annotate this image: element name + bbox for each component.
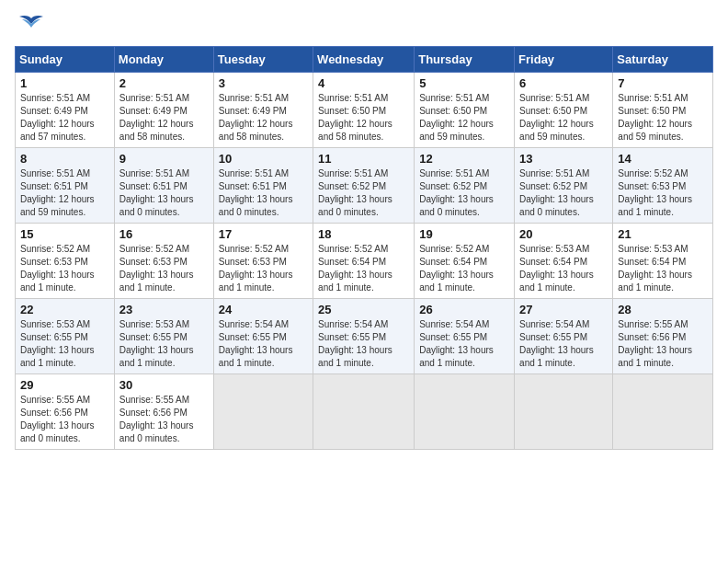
day-info: Sunrise: 5:52 AMSunset: 6:53 PMDaylight:… (20, 243, 109, 294)
day-info: Sunrise: 5:53 AMSunset: 6:54 PMDaylight:… (618, 243, 708, 294)
day-info: Sunrise: 5:51 AMSunset: 6:51 PMDaylight:… (219, 167, 308, 219)
logo-bird-icon (18, 15, 44, 35)
day-info: Sunrise: 5:54 AMSunset: 6:55 PMDaylight:… (219, 318, 308, 370)
day-number: 25 (318, 303, 409, 316)
day-number: 28 (618, 303, 708, 316)
calendar-day-cell: 16Sunrise: 5:52 AMSunset: 6:53 PMDayligh… (114, 224, 213, 299)
calendar-day-cell: 9Sunrise: 5:51 AMSunset: 6:51 PMDaylight… (114, 148, 213, 224)
day-info: Sunrise: 5:51 AMSunset: 6:50 PMDaylight:… (318, 92, 409, 144)
calendar-day-cell: 20Sunrise: 5:53 AMSunset: 6:54 PMDayligh… (515, 224, 613, 299)
calendar-day-cell (213, 374, 313, 450)
day-info: Sunrise: 5:52 AMSunset: 6:53 PMDaylight:… (119, 243, 209, 294)
calendar-header-sunday: Sunday (16, 47, 115, 73)
day-number: 27 (519, 303, 608, 316)
day-number: 6 (519, 76, 608, 90)
calendar-day-cell: 19Sunrise: 5:52 AMSunset: 6:54 PMDayligh… (415, 224, 515, 299)
day-info: Sunrise: 5:53 AMSunset: 6:54 PMDaylight:… (519, 243, 608, 294)
calendar-day-cell: 3Sunrise: 5:51 AMSunset: 6:49 PMDaylight… (213, 73, 313, 148)
calendar-day-cell (613, 374, 713, 450)
day-number: 23 (119, 303, 209, 316)
day-number: 9 (119, 152, 209, 166)
calendar-day-cell: 17Sunrise: 5:52 AMSunset: 6:53 PMDayligh… (213, 224, 313, 299)
day-info: Sunrise: 5:55 AMSunset: 6:56 PMDaylight:… (618, 318, 708, 370)
calendar-day-cell: 5Sunrise: 5:51 AMSunset: 6:50 PMDaylight… (415, 73, 515, 148)
calendar-day-cell (415, 374, 515, 450)
calendar-day-cell: 24Sunrise: 5:54 AMSunset: 6:55 PMDayligh… (213, 299, 313, 374)
day-number: 18 (318, 227, 409, 241)
header (15, 15, 713, 35)
day-number: 1 (20, 76, 109, 90)
day-number: 29 (20, 378, 109, 392)
day-number: 15 (20, 227, 109, 241)
day-info: Sunrise: 5:54 AMSunset: 6:55 PMDaylight:… (419, 318, 509, 370)
day-number: 16 (119, 227, 209, 241)
calendar-day-cell: 28Sunrise: 5:55 AMSunset: 6:56 PMDayligh… (613, 299, 713, 374)
calendar-day-cell: 6Sunrise: 5:51 AMSunset: 6:50 PMDaylight… (515, 73, 613, 148)
calendar: SundayMondayTuesdayWednesdayThursdayFrid… (15, 46, 713, 450)
calendar-header-tuesday: Tuesday (213, 47, 313, 73)
calendar-day-cell: 29Sunrise: 5:55 AMSunset: 6:56 PMDayligh… (16, 374, 115, 450)
day-info: Sunrise: 5:55 AMSunset: 6:56 PMDaylight:… (119, 394, 209, 445)
day-info: Sunrise: 5:51 AMSunset: 6:51 PMDaylight:… (119, 167, 209, 219)
day-number: 3 (219, 76, 308, 90)
calendar-header-friday: Friday (515, 47, 613, 73)
calendar-header-wednesday: Wednesday (313, 47, 415, 73)
day-number: 17 (219, 227, 308, 241)
calendar-day-cell: 30Sunrise: 5:55 AMSunset: 6:56 PMDayligh… (114, 374, 213, 450)
calendar-day-cell: 2Sunrise: 5:51 AMSunset: 6:49 PMDaylight… (114, 73, 213, 148)
calendar-week-row: 22Sunrise: 5:53 AMSunset: 6:55 PMDayligh… (16, 299, 713, 374)
calendar-week-row: 29Sunrise: 5:55 AMSunset: 6:56 PMDayligh… (16, 374, 713, 450)
day-number: 22 (20, 303, 109, 316)
calendar-day-cell: 23Sunrise: 5:53 AMSunset: 6:55 PMDayligh… (114, 299, 213, 374)
day-number: 2 (119, 76, 209, 90)
calendar-day-cell: 11Sunrise: 5:51 AMSunset: 6:52 PMDayligh… (313, 148, 415, 224)
calendar-day-cell: 14Sunrise: 5:52 AMSunset: 6:53 PMDayligh… (613, 148, 713, 224)
day-info: Sunrise: 5:52 AMSunset: 6:54 PMDaylight:… (419, 243, 509, 294)
calendar-header-saturday: Saturday (613, 47, 713, 73)
day-info: Sunrise: 5:51 AMSunset: 6:51 PMDaylight:… (20, 167, 109, 219)
calendar-day-cell: 10Sunrise: 5:51 AMSunset: 6:51 PMDayligh… (213, 148, 313, 224)
day-number: 21 (618, 227, 708, 241)
calendar-day-cell: 25Sunrise: 5:54 AMSunset: 6:55 PMDayligh… (313, 299, 415, 374)
calendar-day-cell: 22Sunrise: 5:53 AMSunset: 6:55 PMDayligh… (16, 299, 115, 374)
day-info: Sunrise: 5:51 AMSunset: 6:49 PMDaylight:… (219, 92, 308, 144)
day-number: 13 (519, 152, 608, 166)
day-info: Sunrise: 5:54 AMSunset: 6:55 PMDaylight:… (519, 318, 608, 370)
calendar-day-cell: 18Sunrise: 5:52 AMSunset: 6:54 PMDayligh… (313, 224, 415, 299)
calendar-day-cell (515, 374, 613, 450)
calendar-header-monday: Monday (114, 47, 213, 73)
day-info: Sunrise: 5:51 AMSunset: 6:49 PMDaylight:… (20, 92, 109, 144)
logo (15, 15, 44, 35)
calendar-day-cell: 27Sunrise: 5:54 AMSunset: 6:55 PMDayligh… (515, 299, 613, 374)
calendar-week-row: 15Sunrise: 5:52 AMSunset: 6:53 PMDayligh… (16, 224, 713, 299)
day-info: Sunrise: 5:52 AMSunset: 6:53 PMDaylight:… (618, 167, 708, 219)
day-info: Sunrise: 5:51 AMSunset: 6:50 PMDaylight:… (618, 92, 708, 144)
calendar-day-cell: 1Sunrise: 5:51 AMSunset: 6:49 PMDaylight… (16, 73, 115, 148)
day-info: Sunrise: 5:51 AMSunset: 6:49 PMDaylight:… (119, 92, 209, 144)
calendar-week-row: 8Sunrise: 5:51 AMSunset: 6:51 PMDaylight… (16, 148, 713, 224)
day-info: Sunrise: 5:55 AMSunset: 6:56 PMDaylight:… (20, 394, 109, 445)
day-info: Sunrise: 5:52 AMSunset: 6:53 PMDaylight:… (219, 243, 308, 294)
calendar-header-row: SundayMondayTuesdayWednesdayThursdayFrid… (16, 47, 713, 73)
day-number: 26 (419, 303, 509, 316)
day-number: 12 (419, 152, 509, 166)
day-info: Sunrise: 5:53 AMSunset: 6:55 PMDaylight:… (119, 318, 209, 370)
day-number: 30 (119, 378, 209, 392)
calendar-week-row: 1Sunrise: 5:51 AMSunset: 6:49 PMDaylight… (16, 73, 713, 148)
calendar-header-thursday: Thursday (415, 47, 515, 73)
day-info: Sunrise: 5:54 AMSunset: 6:55 PMDaylight:… (318, 318, 409, 370)
day-info: Sunrise: 5:51 AMSunset: 6:52 PMDaylight:… (419, 167, 509, 219)
day-number: 24 (219, 303, 308, 316)
day-number: 4 (318, 76, 409, 90)
day-info: Sunrise: 5:51 AMSunset: 6:50 PMDaylight:… (519, 92, 608, 144)
calendar-day-cell: 15Sunrise: 5:52 AMSunset: 6:53 PMDayligh… (16, 224, 115, 299)
calendar-day-cell: 21Sunrise: 5:53 AMSunset: 6:54 PMDayligh… (613, 224, 713, 299)
calendar-day-cell: 7Sunrise: 5:51 AMSunset: 6:50 PMDaylight… (613, 73, 713, 148)
day-number: 7 (618, 76, 708, 90)
day-info: Sunrise: 5:51 AMSunset: 6:50 PMDaylight:… (419, 92, 509, 144)
calendar-day-cell: 4Sunrise: 5:51 AMSunset: 6:50 PMDaylight… (313, 73, 415, 148)
calendar-day-cell: 26Sunrise: 5:54 AMSunset: 6:55 PMDayligh… (415, 299, 515, 374)
day-number: 10 (219, 152, 308, 166)
day-info: Sunrise: 5:53 AMSunset: 6:55 PMDaylight:… (20, 318, 109, 370)
calendar-day-cell: 8Sunrise: 5:51 AMSunset: 6:51 PMDaylight… (16, 148, 115, 224)
